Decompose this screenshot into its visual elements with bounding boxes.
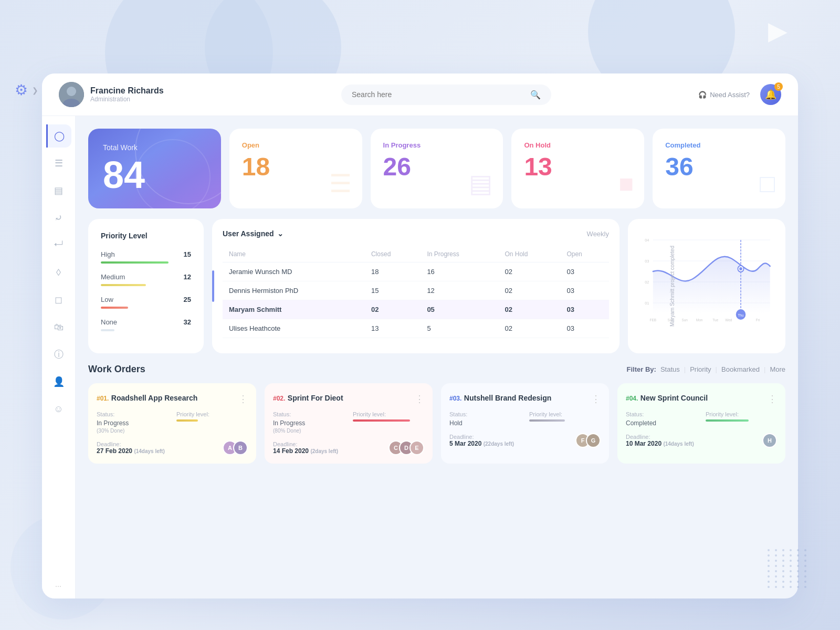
filter-by-label: Filter By: xyxy=(627,365,656,373)
work-card-title-area: #01. Roadshell App Research xyxy=(97,393,197,403)
completed-card: Completed 36 □ xyxy=(653,129,785,208)
work-card-footer: Deadline: 14 Feb 2020 (2days left) CDE xyxy=(273,440,424,455)
work-card-header: #01. Roadshell App Research ⋮ xyxy=(97,393,248,405)
stats-row: Total Work 84 Open 18 ☰ In Progress 26 ▤ xyxy=(88,129,785,208)
need-assist-button[interactable]: 🎧 Need Assist? xyxy=(698,91,750,99)
work-card-num: #01. xyxy=(97,395,109,402)
sidebar-item-emoji[interactable]: ☺ xyxy=(47,397,70,421)
cell-on-hold: 02 xyxy=(498,281,560,300)
col-closed: Closed xyxy=(365,246,421,262)
table-header-row: Name Closed In Progress On Hold Open xyxy=(223,246,609,262)
cell-name: Maryam Schmitt xyxy=(223,300,365,319)
sidebar-item-info[interactable]: ⓘ xyxy=(47,343,70,366)
sidebar-item-cube[interactable]: ◻ xyxy=(47,288,70,311)
work-card: #01. Roadshell App Research ⋮ Status: In… xyxy=(88,383,256,464)
col-open: Open xyxy=(560,246,609,262)
svg-text:Mon: Mon xyxy=(696,318,703,322)
filter-more[interactable]: More xyxy=(770,365,785,373)
sidebar-item-share[interactable]: ⤾ xyxy=(47,206,70,229)
sidebar-item-person[interactable]: 👤 xyxy=(47,370,70,393)
user-role: Administration xyxy=(90,96,164,103)
work-field-priority: Priority level: xyxy=(529,411,601,427)
period-label: Weekly xyxy=(587,230,609,238)
dot xyxy=(782,575,784,578)
deadline-info: Deadline: 10 Mar 2020 (14days left) xyxy=(626,434,694,447)
table-card: User Assigned ⌄ Weekly Name Closed In Pr… xyxy=(212,219,620,353)
card-avatars: CDE xyxy=(388,440,424,455)
dot xyxy=(804,570,806,572)
on-hold-label: On Hold xyxy=(524,141,632,149)
work-field-status: Status: Completed xyxy=(626,411,697,427)
cell-on-hold: 02 xyxy=(498,300,560,319)
priority-item-low: Low 25 xyxy=(101,296,191,309)
priority-low-count: 25 xyxy=(184,296,191,303)
deadline-info: Deadline: 14 Feb 2020 (2days left) xyxy=(273,441,338,455)
open-card: Open 18 ☰ xyxy=(229,129,362,208)
work-card-title: Roadshell App Research xyxy=(111,394,197,402)
dot xyxy=(790,549,792,551)
hexagon-icon: ⮠ xyxy=(54,240,64,251)
dot xyxy=(790,554,792,556)
sidebar-item-shapes[interactable]: ⮠ xyxy=(47,234,70,257)
dot xyxy=(782,554,784,556)
work-card-title-area: #02. Sprint For Dieot xyxy=(273,393,343,403)
sidebar-item-bag[interactable]: 🛍 xyxy=(47,316,70,339)
work-card-header: #03. Nutshell Brand Redesign ⋮ xyxy=(449,393,601,405)
cell-name: Dennis Hermiston PhD xyxy=(223,281,365,300)
col-on-hold: On Hold xyxy=(498,246,560,262)
cell-on-hold: 02 xyxy=(498,262,560,281)
table-header: User Assigned ⌄ Weekly xyxy=(223,229,609,238)
priority-low-bar xyxy=(101,307,128,309)
dashboard-icon: ◯ xyxy=(54,130,65,142)
mini-avatar: B xyxy=(233,440,248,455)
priority-bar xyxy=(529,419,565,422)
svg-text:03: 03 xyxy=(645,259,649,264)
info-icon: ⓘ xyxy=(54,348,64,361)
dot xyxy=(768,549,770,551)
dot xyxy=(804,581,806,583)
avatar xyxy=(59,82,84,107)
sidebar-item-analytics[interactable]: ▤ xyxy=(47,179,70,202)
filter-bookmarked[interactable]: Bookmarked xyxy=(721,365,760,373)
cell-closed: 15 xyxy=(365,281,421,300)
notification-button[interactable]: 🔔 xyxy=(760,84,781,105)
search-input[interactable] xyxy=(352,90,525,99)
mini-avatar: G xyxy=(586,433,601,448)
priority-high-bar xyxy=(101,261,169,264)
dot xyxy=(797,549,799,551)
sidebar-item-list[interactable]: ☰ xyxy=(47,152,70,175)
gear-icon[interactable]: ⚙ xyxy=(15,81,28,99)
work-card-menu[interactable]: ⋮ xyxy=(415,393,424,405)
work-card-title: Nutshell Brand Redesign xyxy=(464,394,551,402)
dot xyxy=(782,586,784,588)
priority-item-medium: Medium 12 xyxy=(101,273,191,286)
work-card-title-area: #04. New Sprint Council xyxy=(626,393,708,403)
user-assigned-button[interactable]: User Assigned ⌄ xyxy=(223,229,284,238)
dot xyxy=(768,575,770,578)
dot xyxy=(790,575,792,578)
work-field-status: Status: Hold xyxy=(449,411,521,427)
svg-text:FEB: FEB xyxy=(650,318,657,322)
work-card-menu[interactable]: ⋮ xyxy=(238,393,248,405)
filter-status[interactable]: Status xyxy=(660,365,680,373)
chart-card: Maryam Schmitt project completed 04 03 0… xyxy=(628,219,785,353)
work-card-body: Status: In Progress(80% Done) Priority l… xyxy=(273,411,424,434)
deadline-value: 5 Mar 2020 (22days left) xyxy=(449,440,514,447)
dot xyxy=(790,586,792,588)
work-card-menu[interactable]: ⋮ xyxy=(768,393,777,405)
cell-closed: 18 xyxy=(365,262,421,281)
status-label: Status: xyxy=(273,411,344,417)
user-info: Francine Richards Administration xyxy=(90,86,164,103)
dot xyxy=(768,581,770,583)
dot xyxy=(775,554,777,556)
svg-text:Thu: Thu xyxy=(738,313,743,317)
sidebar-item-tag[interactable]: ◊ xyxy=(47,261,70,284)
sidebar-item-dashboard[interactable]: ◯ xyxy=(46,124,71,148)
dot xyxy=(775,581,777,583)
priority-label: Priority level: xyxy=(353,411,424,417)
in-progress-card: In Progress 26 ▤ xyxy=(371,129,503,208)
work-card-num: #04. xyxy=(626,395,638,402)
filter-priority[interactable]: Priority xyxy=(690,365,711,373)
priority-medium-bar xyxy=(101,284,146,286)
work-card-menu[interactable]: ⋮ xyxy=(591,393,601,405)
